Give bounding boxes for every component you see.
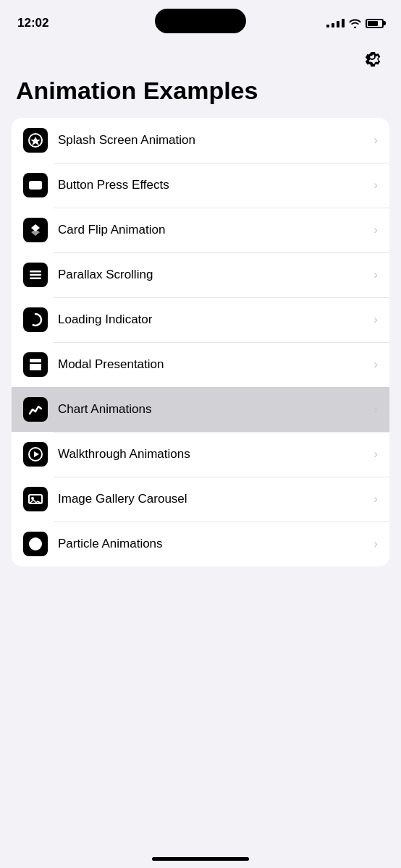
modal-label: Modal Presentation xyxy=(58,357,373,372)
list-item-button[interactable]: Button Press Effects › xyxy=(12,163,389,208)
splash-chevron: › xyxy=(373,133,378,148)
chart-chevron: › xyxy=(373,402,378,417)
list-item-particle[interactable]: Particle Animations › xyxy=(12,522,389,566)
gallery-label: Image Gallery Carousel xyxy=(58,492,373,506)
parallax-chevron: › xyxy=(373,268,378,282)
list-item-chart[interactable]: Chart Animations › xyxy=(12,387,389,432)
list-item-modal[interactable]: Modal Presentation › xyxy=(12,342,389,387)
particle-icon xyxy=(23,532,48,556)
page-title: Animation Examples xyxy=(0,71,401,118)
settings-button[interactable] xyxy=(359,43,385,69)
cardflip-chevron: › xyxy=(373,223,378,237)
walkthrough-icon xyxy=(23,442,48,467)
button-chevron: › xyxy=(373,178,378,192)
svg-rect-8 xyxy=(30,364,41,370)
list-item-gallery[interactable]: Image Gallery Carousel › xyxy=(12,477,389,522)
cardflip-label: Card Flip Animation xyxy=(58,223,373,237)
signal-icon xyxy=(326,19,345,27)
particle-chevron: › xyxy=(373,537,378,551)
modal-chevron: › xyxy=(373,357,378,372)
loading-chevron: › xyxy=(373,312,378,327)
walkthrough-label: Walkthrough Animations xyxy=(58,447,373,461)
svg-rect-7 xyxy=(30,359,41,362)
chart-label: Chart Animations xyxy=(58,402,373,417)
modal-icon xyxy=(23,352,48,377)
svg-rect-5 xyxy=(30,278,41,280)
svg-marker-10 xyxy=(34,451,39,457)
chart-icon xyxy=(23,397,48,422)
loading-label: Loading Indicator xyxy=(58,312,373,327)
list-item-splash[interactable]: Splash Screen Animation › xyxy=(12,118,389,163)
status-icons xyxy=(326,19,384,28)
battery-icon xyxy=(366,19,384,28)
list-item-cardflip[interactable]: Card Flip Animation › xyxy=(12,208,389,252)
svg-rect-4 xyxy=(30,274,41,276)
list-item-loading[interactable]: Loading Indicator › xyxy=(12,297,389,342)
list-item-parallax[interactable]: Parallax Scrolling › xyxy=(12,252,389,297)
gear-icon xyxy=(362,46,382,67)
svg-rect-3 xyxy=(30,271,41,273)
dynamic-island xyxy=(155,9,246,33)
svg-rect-2 xyxy=(29,181,42,190)
gallery-chevron: › xyxy=(373,492,378,506)
gallery-icon xyxy=(23,487,48,511)
particle-label: Particle Animations xyxy=(58,537,373,551)
parallax-label: Parallax Scrolling xyxy=(58,268,373,282)
svg-point-13 xyxy=(29,537,42,550)
wifi-icon xyxy=(349,19,361,28)
cardflip-icon xyxy=(23,218,48,242)
svg-marker-1 xyxy=(30,137,41,145)
list-item-walkthrough[interactable]: Walkthrough Animations › xyxy=(12,432,389,477)
parallax-icon xyxy=(23,263,48,287)
splash-icon xyxy=(23,128,48,153)
status-time: 12:02 xyxy=(17,16,48,30)
button-press-icon xyxy=(23,173,48,197)
button-label: Button Press Effects xyxy=(58,178,373,192)
splash-label: Splash Screen Animation xyxy=(58,133,373,148)
animation-list: Splash Screen Animation › Button Press E… xyxy=(12,118,389,566)
home-indicator xyxy=(152,857,249,861)
walkthrough-chevron: › xyxy=(373,447,378,461)
loading-icon xyxy=(23,307,48,332)
